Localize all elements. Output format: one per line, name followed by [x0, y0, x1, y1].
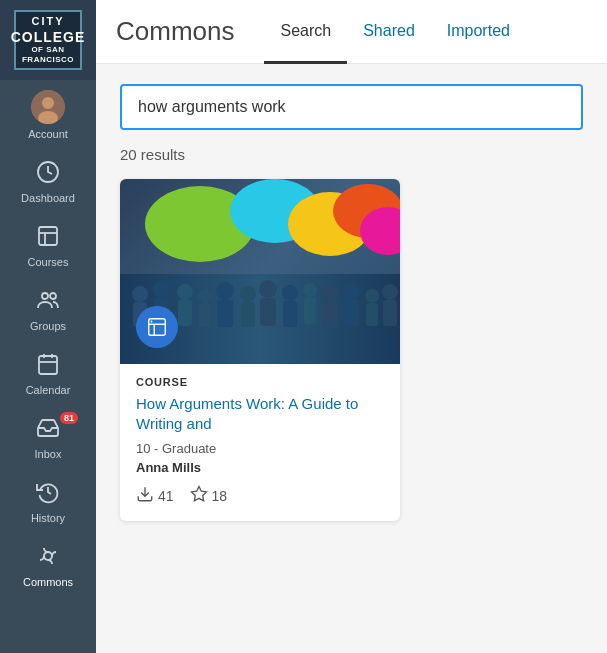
inbox-icon — [36, 416, 60, 444]
calendar-icon — [36, 352, 60, 380]
svg-rect-48 — [366, 303, 378, 326]
download-stat: 41 — [136, 485, 174, 507]
sidebar-item-label-history: History — [31, 512, 65, 524]
card-stats: 41 18 — [136, 485, 384, 507]
tab-imported[interactable]: Imported — [431, 1, 526, 64]
results-count: 20 results — [120, 146, 583, 163]
card-author: Anna Mills — [136, 460, 384, 475]
speech-bubbles — [120, 179, 400, 279]
sidebar-item-label-calendar: Calendar — [26, 384, 71, 396]
card-image — [120, 179, 400, 364]
logo-sf: OF SAN FRANCISCO — [16, 45, 80, 64]
svg-point-31 — [198, 289, 212, 303]
sidebar: CITY COLLEGE OF SAN FRANCISCO Account Da… — [0, 0, 96, 653]
svg-rect-44 — [322, 303, 338, 327]
star-icon — [190, 485, 208, 507]
star-count: 18 — [212, 488, 228, 504]
svg-point-27 — [153, 280, 171, 298]
tab-shared[interactable]: Shared — [347, 1, 431, 64]
history-icon — [36, 480, 60, 508]
svg-rect-42 — [304, 297, 316, 324]
sidebar-item-account[interactable]: Account — [0, 80, 96, 150]
svg-rect-34 — [217, 300, 233, 327]
courses-icon — [36, 224, 60, 252]
svg-point-37 — [259, 280, 277, 298]
sidebar-item-groups[interactable]: Groups — [0, 278, 96, 342]
svg-point-7 — [42, 293, 48, 299]
page-title: Commons — [116, 16, 234, 47]
sidebar-item-label-dashboard: Dashboard — [21, 192, 75, 204]
svg-point-35 — [240, 286, 256, 302]
svg-rect-9 — [39, 356, 57, 374]
card-type-label: COURSE — [136, 376, 384, 388]
search-box[interactable] — [120, 84, 583, 130]
inbox-badge: 81 — [60, 412, 78, 424]
download-icon — [136, 485, 154, 507]
tab-search[interactable]: Search — [264, 1, 347, 64]
svg-point-8 — [50, 293, 56, 299]
svg-rect-32 — [199, 303, 211, 327]
sidebar-item-inbox[interactable]: 81 Inbox — [0, 406, 96, 470]
dashboard-icon — [36, 160, 60, 188]
card-grade: 10 - Graduate — [136, 441, 384, 456]
nav-tabs: Search Shared Imported — [264, 0, 525, 63]
svg-rect-46 — [345, 299, 359, 326]
svg-point-13 — [44, 552, 52, 560]
sidebar-item-commons[interactable]: Commons — [0, 534, 96, 598]
svg-point-49 — [382, 284, 398, 300]
svg-point-33 — [216, 282, 234, 300]
svg-point-54 — [151, 321, 153, 323]
svg-rect-40 — [283, 301, 297, 327]
sidebar-item-label-commons: Commons — [23, 576, 73, 588]
sidebar-item-calendar[interactable]: Calendar — [0, 342, 96, 406]
card-body: COURSE How Arguments Work: A Guide to Wr… — [120, 364, 400, 521]
svg-rect-38 — [260, 298, 276, 326]
svg-point-39 — [282, 285, 298, 301]
sidebar-item-label-courses: Courses — [28, 256, 69, 268]
college-logo: CITY COLLEGE OF SAN FRANCISCO — [14, 10, 82, 70]
star-stat: 18 — [190, 485, 228, 507]
sidebar-item-label-account: Account — [28, 128, 68, 140]
avatar — [31, 90, 65, 124]
sidebar-item-label-groups: Groups — [30, 320, 66, 332]
svg-rect-30 — [178, 300, 192, 326]
sidebar-item-label-inbox: Inbox — [35, 448, 62, 460]
svg-rect-50 — [383, 300, 397, 326]
sidebar-item-history[interactable]: History — [0, 470, 96, 534]
svg-point-1 — [42, 97, 54, 109]
search-input[interactable] — [138, 98, 565, 116]
groups-icon — [36, 288, 60, 316]
svg-point-25 — [132, 286, 148, 302]
svg-rect-36 — [241, 302, 255, 327]
svg-point-29 — [177, 284, 193, 300]
svg-marker-56 — [191, 487, 206, 501]
commons-icon — [36, 544, 60, 572]
card-type-icon — [136, 306, 178, 348]
course-card[interactable]: COURSE How Arguments Work: A Guide to Wr… — [120, 179, 400, 521]
svg-point-47 — [365, 289, 379, 303]
main-content: Commons Search Shared Imported 20 result… — [96, 0, 607, 653]
sidebar-item-courses[interactable]: Courses — [0, 214, 96, 278]
logo-college: COLLEGE — [11, 29, 86, 46]
svg-rect-4 — [39, 227, 57, 245]
top-nav: Commons Search Shared Imported — [96, 0, 607, 64]
svg-point-45 — [344, 283, 360, 299]
logo-city: CITY — [31, 15, 64, 28]
sidebar-item-dashboard[interactable]: Dashboard — [0, 150, 96, 214]
sidebar-logo: CITY COLLEGE OF SAN FRANCISCO — [0, 0, 96, 80]
svg-point-41 — [303, 283, 317, 297]
content-area: 20 results — [96, 64, 607, 653]
card-title[interactable]: How Arguments Work: A Guide to Writing a… — [136, 394, 384, 433]
svg-point-43 — [321, 285, 339, 303]
download-count: 41 — [158, 488, 174, 504]
